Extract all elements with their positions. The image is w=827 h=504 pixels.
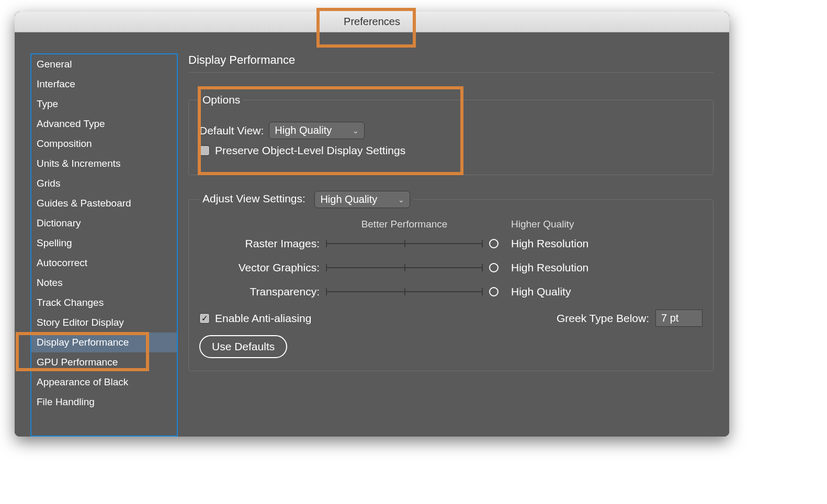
sidebar-item-guides-pasteboard[interactable]: Guides & Pasteboard [31,193,177,213]
greek-type-value: 7 pt [661,312,678,324]
slider-handle-icon[interactable] [489,239,499,248]
sidebar-item-grids[interactable]: Grids [31,174,177,193]
window-titlebar: Preferences [15,12,729,32]
slider-track[interactable] [326,238,483,249]
sidebar-item-appearance-of-black[interactable]: Appearance of Black [31,372,177,392]
use-defaults-button[interactable]: Use Defaults [199,335,287,358]
sidebar-item-track-changes[interactable]: Track Changes [31,293,177,313]
sidebar-item-composition[interactable]: Composition [31,134,177,154]
default-view-value: High Quality [275,124,332,136]
slider-row: Vector Graphics:High Resolution [199,261,703,274]
slider-row: Transparency:High Quality [199,285,703,298]
slider-headers: Better Performance Higher Quality [199,219,703,230]
slider-handle-icon[interactable] [489,263,499,272]
sidebar-item-display-performance[interactable]: Display Performance [31,333,177,352]
adjust-view-legend-text: Adjust View Settings: [202,192,305,204]
slider-label: Transparency: [199,285,320,298]
sidebar-item-autocorrect[interactable]: Autocorrect [31,253,177,273]
slider-track[interactable] [326,287,483,297]
checkbox-box-icon: ✓ [199,313,210,324]
adjust-view-value: High Quality [320,193,377,205]
greek-type-input[interactable]: 7 pt [655,310,703,327]
sidebar-item-type[interactable]: Type [31,94,177,114]
sidebar-item-advanced-type[interactable]: Advanced Type [31,114,177,134]
options-legend: Options [199,94,243,106]
preserve-object-level-checkbox[interactable]: Preserve Object-Level Display Settings [199,144,405,157]
sidebar-item-general[interactable]: General [31,54,177,74]
sidebar-item-story-editor-display[interactable]: Story Editor Display [31,313,177,333]
main-panel: Display Performance Options Default View… [188,53,713,437]
options-group: Options Default View: High Quality ⌄ Pre… [188,94,713,175]
chevron-down-icon: ⌄ [353,127,359,135]
window-body: GeneralInterfaceTypeAdvanced TypeComposi… [15,32,729,437]
page-title: Display Performance [188,53,713,73]
preferences-window: Preferences GeneralInterfaceTypeAdvanced… [15,12,729,437]
slider-track[interactable] [326,262,483,273]
sidebar-item-notes[interactable]: Notes [31,273,177,293]
adjust-view-legend: Adjust View Settings: High Quality ⌄ [199,191,413,208]
slider-value: High Resolution [511,237,616,250]
adjust-view-group: Adjust View Settings: High Quality ⌄ Bet… [188,191,713,371]
slider-value: High Resolution [511,261,616,274]
window-title: Preferences [344,16,400,28]
sidebar-item-gpu-performance[interactable]: GPU Performance [31,352,177,372]
sidebar-item-file-handling[interactable]: File Handling [31,392,177,412]
sidebar-item-spelling[interactable]: Spelling [31,233,177,253]
slider-handle-icon[interactable] [489,287,499,296]
slider-label: Raster Images: [199,237,320,250]
sidebar-item-interface[interactable]: Interface [31,74,177,94]
slider-label: Vector Graphics: [199,261,320,274]
checkbox-box-icon [199,145,210,156]
slider-value: High Quality [511,285,616,298]
category-sidebar: GeneralInterfaceTypeAdvanced TypeComposi… [30,53,178,437]
greek-type-label: Greek Type Below: [557,312,649,325]
higher-quality-header: Higher Quality [511,219,616,230]
sidebar-item-units-increments[interactable]: Units & Increments [31,154,177,174]
sidebar-item-dictionary[interactable]: Dictionary [31,213,177,233]
enable-antialiasing-checkbox[interactable]: ✓ Enable Anti-aliasing [199,312,311,325]
enable-antialiasing-label: Enable Anti-aliasing [215,312,311,325]
preserve-object-level-label: Preserve Object-Level Display Settings [215,144,405,157]
default-view-label: Default View: [199,124,264,137]
default-view-dropdown[interactable]: High Quality ⌄ [269,122,365,139]
chevron-down-icon: ⌄ [398,196,404,204]
better-performance-header: Better Performance [326,219,483,230]
adjust-view-dropdown[interactable]: High Quality ⌄ [314,191,410,208]
slider-row: Raster Images:High Resolution [199,237,703,250]
